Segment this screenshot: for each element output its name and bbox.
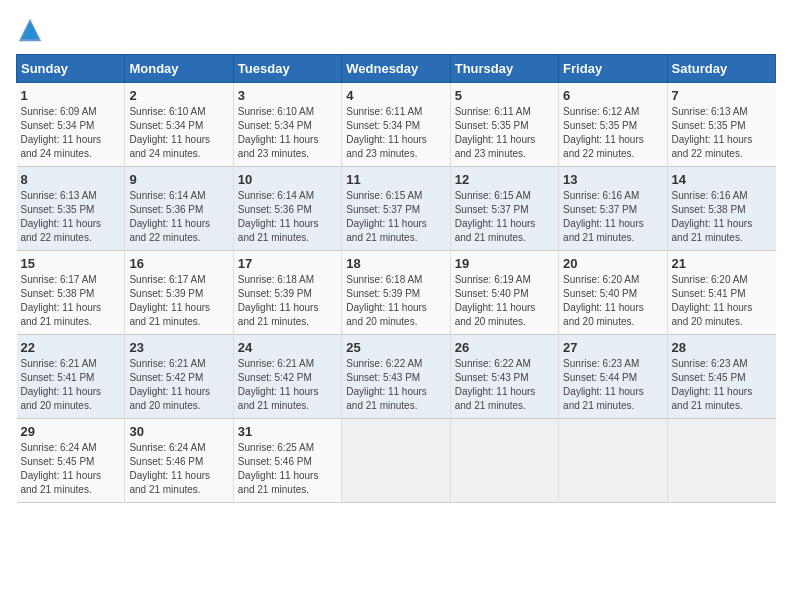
calendar-day-7: 7 Sunrise: 6:13 AM Sunset: 5:35 PM Dayli… xyxy=(667,83,775,167)
empty-cell xyxy=(667,419,775,503)
day-number: 9 xyxy=(129,172,228,187)
weekday-header-tuesday: Tuesday xyxy=(233,55,341,83)
day-info: Sunrise: 6:13 AM Sunset: 5:35 PM Dayligh… xyxy=(672,105,772,161)
day-number: 26 xyxy=(455,340,554,355)
calendar-day-23: 23 Sunrise: 6:21 AM Sunset: 5:42 PM Dayl… xyxy=(125,335,233,419)
day-info: Sunrise: 6:24 AM Sunset: 5:46 PM Dayligh… xyxy=(129,441,228,497)
calendar-day-13: 13 Sunrise: 6:16 AM Sunset: 5:37 PM Dayl… xyxy=(559,167,667,251)
calendar-day-16: 16 Sunrise: 6:17 AM Sunset: 5:39 PM Dayl… xyxy=(125,251,233,335)
calendar-day-4: 4 Sunrise: 6:11 AM Sunset: 5:34 PM Dayli… xyxy=(342,83,450,167)
day-number: 23 xyxy=(129,340,228,355)
calendar-day-31: 31 Sunrise: 6:25 AM Sunset: 5:46 PM Dayl… xyxy=(233,419,341,503)
calendar-table: SundayMondayTuesdayWednesdayThursdayFrid… xyxy=(16,54,776,503)
weekday-header-friday: Friday xyxy=(559,55,667,83)
calendar-day-14: 14 Sunrise: 6:16 AM Sunset: 5:38 PM Dayl… xyxy=(667,167,775,251)
day-info: Sunrise: 6:14 AM Sunset: 5:36 PM Dayligh… xyxy=(129,189,228,245)
day-info: Sunrise: 6:22 AM Sunset: 5:43 PM Dayligh… xyxy=(455,357,554,413)
day-number: 18 xyxy=(346,256,445,271)
calendar-week-2: 8 Sunrise: 6:13 AM Sunset: 5:35 PM Dayli… xyxy=(17,167,776,251)
calendar-day-2: 2 Sunrise: 6:10 AM Sunset: 5:34 PM Dayli… xyxy=(125,83,233,167)
day-info: Sunrise: 6:24 AM Sunset: 5:45 PM Dayligh… xyxy=(21,441,121,497)
calendar-day-21: 21 Sunrise: 6:20 AM Sunset: 5:41 PM Dayl… xyxy=(667,251,775,335)
weekday-header-wednesday: Wednesday xyxy=(342,55,450,83)
weekday-header-monday: Monday xyxy=(125,55,233,83)
day-info: Sunrise: 6:09 AM Sunset: 5:34 PM Dayligh… xyxy=(21,105,121,161)
day-number: 30 xyxy=(129,424,228,439)
calendar-body: 1 Sunrise: 6:09 AM Sunset: 5:34 PM Dayli… xyxy=(17,83,776,503)
calendar-week-3: 15 Sunrise: 6:17 AM Sunset: 5:38 PM Dayl… xyxy=(17,251,776,335)
day-info: Sunrise: 6:22 AM Sunset: 5:43 PM Dayligh… xyxy=(346,357,445,413)
day-number: 13 xyxy=(563,172,662,187)
calendar-day-20: 20 Sunrise: 6:20 AM Sunset: 5:40 PM Dayl… xyxy=(559,251,667,335)
day-number: 21 xyxy=(672,256,772,271)
day-number: 11 xyxy=(346,172,445,187)
days-of-week-row: SundayMondayTuesdayWednesdayThursdayFrid… xyxy=(17,55,776,83)
calendar-header: SundayMondayTuesdayWednesdayThursdayFrid… xyxy=(17,55,776,83)
day-info: Sunrise: 6:21 AM Sunset: 5:42 PM Dayligh… xyxy=(129,357,228,413)
day-info: Sunrise: 6:13 AM Sunset: 5:35 PM Dayligh… xyxy=(21,189,121,245)
calendar-day-10: 10 Sunrise: 6:14 AM Sunset: 5:36 PM Dayl… xyxy=(233,167,341,251)
day-info: Sunrise: 6:11 AM Sunset: 5:34 PM Dayligh… xyxy=(346,105,445,161)
day-info: Sunrise: 6:15 AM Sunset: 5:37 PM Dayligh… xyxy=(346,189,445,245)
empty-cell xyxy=(450,419,558,503)
calendar-day-9: 9 Sunrise: 6:14 AM Sunset: 5:36 PM Dayli… xyxy=(125,167,233,251)
day-info: Sunrise: 6:20 AM Sunset: 5:40 PM Dayligh… xyxy=(563,273,662,329)
day-number: 27 xyxy=(563,340,662,355)
day-info: Sunrise: 6:12 AM Sunset: 5:35 PM Dayligh… xyxy=(563,105,662,161)
day-number: 17 xyxy=(238,256,337,271)
calendar-day-27: 27 Sunrise: 6:23 AM Sunset: 5:44 PM Dayl… xyxy=(559,335,667,419)
day-info: Sunrise: 6:21 AM Sunset: 5:41 PM Dayligh… xyxy=(21,357,121,413)
calendar-day-6: 6 Sunrise: 6:12 AM Sunset: 5:35 PM Dayli… xyxy=(559,83,667,167)
calendar-week-4: 22 Sunrise: 6:21 AM Sunset: 5:41 PM Dayl… xyxy=(17,335,776,419)
calendar-day-28: 28 Sunrise: 6:23 AM Sunset: 5:45 PM Dayl… xyxy=(667,335,775,419)
day-number: 6 xyxy=(563,88,662,103)
day-info: Sunrise: 6:23 AM Sunset: 5:44 PM Dayligh… xyxy=(563,357,662,413)
day-number: 16 xyxy=(129,256,228,271)
calendar-day-11: 11 Sunrise: 6:15 AM Sunset: 5:37 PM Dayl… xyxy=(342,167,450,251)
day-number: 3 xyxy=(238,88,337,103)
day-number: 15 xyxy=(21,256,121,271)
day-number: 29 xyxy=(21,424,121,439)
day-number: 2 xyxy=(129,88,228,103)
day-number: 22 xyxy=(21,340,121,355)
logo-icon xyxy=(16,16,44,44)
calendar-day-30: 30 Sunrise: 6:24 AM Sunset: 5:46 PM Dayl… xyxy=(125,419,233,503)
calendar-day-18: 18 Sunrise: 6:18 AM Sunset: 5:39 PM Dayl… xyxy=(342,251,450,335)
day-info: Sunrise: 6:10 AM Sunset: 5:34 PM Dayligh… xyxy=(129,105,228,161)
day-info: Sunrise: 6:21 AM Sunset: 5:42 PM Dayligh… xyxy=(238,357,337,413)
calendar-day-24: 24 Sunrise: 6:21 AM Sunset: 5:42 PM Dayl… xyxy=(233,335,341,419)
empty-cell xyxy=(342,419,450,503)
calendar-day-26: 26 Sunrise: 6:22 AM Sunset: 5:43 PM Dayl… xyxy=(450,335,558,419)
day-number: 7 xyxy=(672,88,772,103)
day-info: Sunrise: 6:17 AM Sunset: 5:38 PM Dayligh… xyxy=(21,273,121,329)
calendar-week-5: 29 Sunrise: 6:24 AM Sunset: 5:45 PM Dayl… xyxy=(17,419,776,503)
weekday-header-saturday: Saturday xyxy=(667,55,775,83)
weekday-header-sunday: Sunday xyxy=(17,55,125,83)
day-number: 31 xyxy=(238,424,337,439)
day-info: Sunrise: 6:18 AM Sunset: 5:39 PM Dayligh… xyxy=(238,273,337,329)
calendar-day-8: 8 Sunrise: 6:13 AM Sunset: 5:35 PM Dayli… xyxy=(17,167,125,251)
day-number: 28 xyxy=(672,340,772,355)
day-number: 25 xyxy=(346,340,445,355)
day-info: Sunrise: 6:10 AM Sunset: 5:34 PM Dayligh… xyxy=(238,105,337,161)
page-header xyxy=(16,16,776,44)
day-number: 5 xyxy=(455,88,554,103)
calendar-day-3: 3 Sunrise: 6:10 AM Sunset: 5:34 PM Dayli… xyxy=(233,83,341,167)
day-number: 10 xyxy=(238,172,337,187)
day-info: Sunrise: 6:16 AM Sunset: 5:37 PM Dayligh… xyxy=(563,189,662,245)
day-number: 1 xyxy=(21,88,121,103)
empty-cell xyxy=(559,419,667,503)
day-info: Sunrise: 6:14 AM Sunset: 5:36 PM Dayligh… xyxy=(238,189,337,245)
day-info: Sunrise: 6:17 AM Sunset: 5:39 PM Dayligh… xyxy=(129,273,228,329)
calendar-day-29: 29 Sunrise: 6:24 AM Sunset: 5:45 PM Dayl… xyxy=(17,419,125,503)
day-info: Sunrise: 6:25 AM Sunset: 5:46 PM Dayligh… xyxy=(238,441,337,497)
weekday-header-thursday: Thursday xyxy=(450,55,558,83)
calendar-day-22: 22 Sunrise: 6:21 AM Sunset: 5:41 PM Dayl… xyxy=(17,335,125,419)
day-number: 19 xyxy=(455,256,554,271)
calendar-day-25: 25 Sunrise: 6:22 AM Sunset: 5:43 PM Dayl… xyxy=(342,335,450,419)
day-info: Sunrise: 6:15 AM Sunset: 5:37 PM Dayligh… xyxy=(455,189,554,245)
logo xyxy=(16,16,48,44)
day-number: 8 xyxy=(21,172,121,187)
day-info: Sunrise: 6:11 AM Sunset: 5:35 PM Dayligh… xyxy=(455,105,554,161)
day-number: 4 xyxy=(346,88,445,103)
